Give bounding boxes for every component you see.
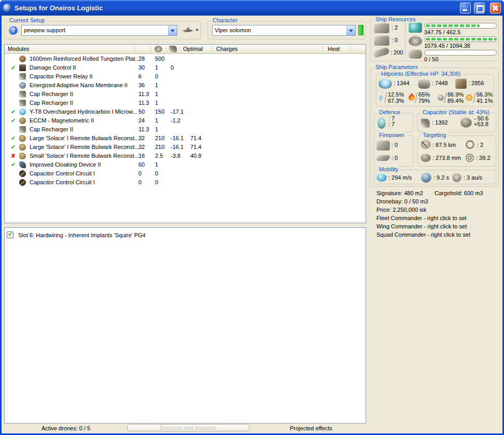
minimize-button[interactable] [460,3,471,13]
module-row[interactable]: ECCM - Magnetometric II 24 1 -1.2 [5,116,366,125]
column-separator [166,46,166,52]
module-name: Small 'Solace' I Remote Bulwark Reconst.… [30,152,139,160]
module-type-icon [19,64,26,71]
chevron-down-icon [195,29,199,33]
ship-parameters-group: Ship Parameters Hitpoints (Effective HP:… [370,67,499,187]
module-cpu-value: 24 [138,116,145,125]
module-cpu-value: 32 [138,143,145,152]
module-row[interactable]: Capacitor Control Circuit I 0 0 [5,178,366,187]
capacitor-group: Capacitor (Stable at: 43%) : 1392 - 50.6… [417,113,496,132]
app-icon [3,4,11,12]
module-row[interactable]: Capacitor Control Circuit I 0 0 [5,169,366,178]
kinetic-resist-shield: 86.9% [447,91,464,98]
module-row[interactable]: Large 'Solace' I Remote Bulwark Reconst.… [5,143,366,152]
module-row[interactable]: Improved Cloaking Device II 60 1 [5,160,366,169]
wing-commander-label[interactable]: Wing Commander - right click to set [376,223,467,229]
targeting-range-value: : 87.5 km [432,142,456,148]
module-row[interactable]: Damage Control II 30 1 0 [5,63,366,72]
explosive-resist-armor: 41.1% [477,98,493,104]
active-drones-label: Active drones: 0 / 5 [41,425,90,432]
window: Setups for Oneiros Logistic Current Setu… [0,0,504,435]
module-row[interactable]: Y-T8 Overcharged Hydrocarbon I Microw...… [5,107,366,116]
align-time-value: : 9.2 s [433,174,449,181]
module-cpu-value: 36 [138,81,145,90]
module-row[interactable]: Cap Recharger II 11.3 1 [5,99,366,107]
module-capacitor-value: -16.1 [171,143,184,152]
ship-info-block: Signature: 480 m2 Cargohold: 600 m3 Dron… [376,190,500,242]
module-powergrid-value: 210 [155,134,164,143]
module-powergrid-value: 1 [155,63,158,72]
close-button[interactable] [490,3,501,13]
armor-hp-value: : 7448 [432,80,448,87]
heat-column-header: Heat [328,46,340,52]
projected-effects-label: Projected effects [290,425,332,432]
module-capacitor-value: -3.8 [171,152,180,160]
help-icon[interactable]: ? [9,26,18,35]
maximize-button[interactable] [474,3,485,13]
column-separator [150,46,151,52]
module-status-icon [11,116,18,125]
window-title: Setups for Oneiros Logistic [15,4,457,12]
module-powergrid-value: 0 [155,72,158,81]
module-row[interactable]: Small 'Solace' I Remote Bulwark Reconst.… [5,152,366,160]
ship-parameters-label: Ship Parameters [374,64,419,71]
module-row[interactable]: 1600mm Reinforced Rolled Tungsten Plat..… [5,55,366,63]
module-optimal-value: 71.4 [190,143,201,152]
boosters-and-implants-button[interactable]: Boosters and Implants [127,424,249,431]
module-name: Improved Cloaking Device II [30,160,101,169]
resist-divider [415,92,418,103]
module-row[interactable]: Cap Recharger II 11.3 1 [5,125,366,134]
resist-divider [473,92,476,103]
powergrid-icon [409,36,422,46]
titlebar: Setups for Oneiros Logistic [0,0,504,16]
column-separator [134,46,135,52]
defence-value-bottom: : 7 [388,121,395,127]
setup-combobox[interactable]: pewpew support [21,25,177,36]
shield-hp-icon [379,78,392,89]
implants-panel: Slot 6: Hardwiring - Inherent Implants '… [4,227,366,424]
signature-value: Signature: 480 m2 [376,190,423,196]
max-targets-value: : 2 [477,142,483,148]
module-name: Capacitor Control Circuit I [30,169,95,178]
setup-combobox-value: pewpew support [22,25,168,35]
module-cpu-value: 11.3 [138,99,149,107]
hitpoints-group: Hitpoints (Effective HP: 34,306) : 1344 … [376,74,494,106]
module-row[interactable]: Energized Adaptive Nano Membrane II 36 1 [5,81,366,90]
module-status-icon [11,63,18,72]
module-capacitor-value: -17.1 [171,107,184,116]
ship-menu-button[interactable] [182,26,199,33]
launcher-hardpoints-icon [374,35,389,46]
fleet-commander-label[interactable]: Fleet Commander - right click to set [376,215,467,221]
squad-commander-label[interactable]: Squad Commander - right click to set [376,232,470,238]
module-optimal-value: 71.4 [190,134,201,143]
module-powergrid-value: 210 [155,143,164,152]
turret-dps-value: : 0 [391,142,398,148]
powergrid-usage-value: 1079.45 / 1094.38 [424,43,470,49]
module-cpu-value: 11.3 [138,125,149,134]
current-setup-group: Current Setup ? pewpew support [4,21,201,39]
firepower-group: Firepower : 0 : 0 [374,135,413,167]
module-cpu-value: 60 [138,160,145,169]
character-combobox[interactable]: Viper solomon [212,25,356,36]
implant-checkbox[interactable] [7,232,13,238]
module-status-icon [11,134,18,143]
module-type-icon [19,108,26,115]
character-group: Character Viper solomon [207,21,366,39]
implant-row[interactable]: Slot 6: Hardwiring - Inherent Implants '… [7,230,146,239]
module-row[interactable]: Cap Recharger II 11.3 1 [5,90,366,99]
ship-icon [182,26,193,33]
turret-dps-icon [376,140,390,151]
column-separator [350,46,351,52]
targeting-label: Targeting [421,132,447,139]
character-combobox-dropdown-button[interactable] [346,25,355,35]
warp-speed-value: : 3 au/s [464,174,482,181]
module-row[interactable]: Large 'Solace' I Remote Bulwark Reconst.… [5,134,366,143]
module-status-icon [11,143,18,152]
module-status-icon [11,107,18,116]
modules-column-header: Modules [8,46,30,52]
module-row[interactable]: Capacitor Power Relay II 6 0 [5,72,366,81]
em-resist-cell: 12.5% 67.3% [377,91,404,104]
setup-combobox-dropdown-button[interactable] [168,25,177,35]
sensor-strength-value: : 39.2 [476,155,491,161]
module-cpu-value: 32 [138,134,145,143]
